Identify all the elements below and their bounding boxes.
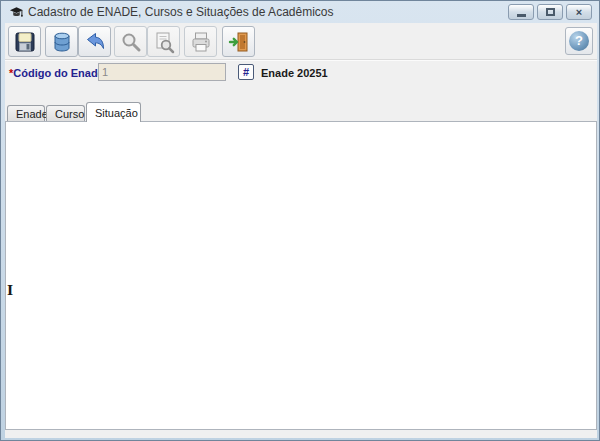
close-icon: × — [576, 7, 582, 17]
undo-arrow-icon — [83, 30, 107, 54]
tab-enade[interactable]: Enade — [7, 105, 45, 122]
search-document-button[interactable] — [147, 26, 180, 57]
situacao-tab-panel — [5, 121, 597, 430]
enade-info-text: Enade 20251 — [261, 67, 328, 79]
search-button[interactable] — [114, 26, 147, 57]
titlebar[interactable]: Cadastro de ENADE, Cursos e Situações de… — [1, 1, 599, 23]
save-button[interactable] — [8, 26, 41, 57]
minimize-button[interactable] — [508, 4, 534, 20]
window-title: Cadastro de ENADE, Cursos e Situações de… — [28, 5, 333, 19]
maximize-icon — [546, 8, 555, 16]
exit-button[interactable] — [222, 26, 255, 57]
help-icon: ? — [569, 31, 589, 51]
database-button[interactable] — [45, 26, 78, 57]
undo-button[interactable] — [78, 26, 111, 57]
document-magnifier-icon — [152, 30, 176, 54]
floppy-disk-icon — [13, 30, 37, 54]
exit-door-icon — [227, 30, 251, 54]
codigo-enade-input[interactable] — [98, 63, 226, 81]
graduation-cap-icon — [9, 5, 24, 19]
help-button[interactable]: ? — [565, 27, 593, 55]
printer-icon — [189, 30, 213, 54]
print-button[interactable] — [184, 26, 217, 57]
tab-situacao[interactable]: Situação — [86, 102, 141, 122]
grid-lookup-icon: # — [243, 66, 249, 78]
close-button[interactable]: × — [566, 4, 592, 20]
tab-curso[interactable]: Curso — [46, 105, 85, 122]
maximize-button[interactable] — [537, 4, 563, 20]
toolbar-separator — [5, 59, 597, 61]
enade-lookup-button[interactable]: # — [238, 64, 254, 80]
database-icon — [50, 30, 74, 54]
magnifier-icon — [119, 30, 143, 54]
app-window: Cadastro de ENADE, Cursos e Situações de… — [0, 0, 600, 441]
codigo-enade-label: *Código do Enade — [9, 67, 104, 79]
minimize-icon — [517, 14, 526, 17]
ibeam-cursor: I — [7, 284, 14, 297]
